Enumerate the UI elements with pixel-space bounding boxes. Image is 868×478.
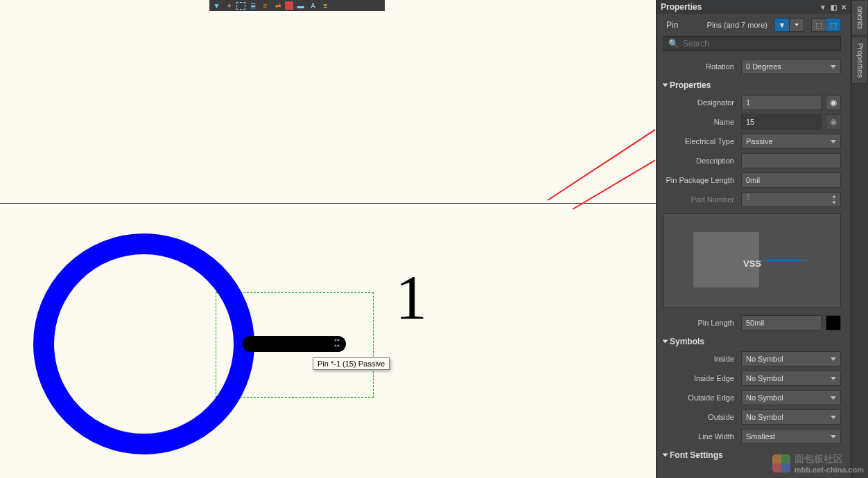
object-type-label: Pin	[666, 20, 678, 30]
electrical-type-select[interactable]: Passive	[741, 134, 841, 149]
swap-icon[interactable]: ⇄	[272, 1, 283, 10]
outside-select[interactable]: No Symbol	[741, 409, 841, 425]
pin-package-length-label: Pin Package Length	[663, 176, 737, 184]
name-visible-toggle[interactable]: ◉	[826, 114, 841, 130]
description-label: Description	[663, 157, 737, 165]
pin-number-label: 1	[395, 260, 427, 334]
designator-visible-toggle[interactable]: ◉	[826, 95, 841, 110]
floating-toolbar: ▼ + ≣ ≡ ⇄ ▬ A ≡	[209, 0, 385, 11]
filter-dropdown-button[interactable]	[789, 18, 804, 32]
search-input[interactable]	[683, 39, 836, 48]
section-font-settings[interactable]: Font Settings	[657, 446, 848, 463]
pin-length-input[interactable]	[741, 315, 822, 330]
designator-label: Designator	[663, 98, 737, 107]
section-symbols[interactable]: Symbols	[657, 333, 848, 349]
outside-edge-select[interactable]: No Symbol	[741, 390, 841, 405]
section-properties[interactable]: Properties	[657, 76, 848, 93]
search-icon: 🔍	[668, 39, 679, 48]
rotation-label: Rotation	[663, 62, 737, 71]
sidetab-properties[interactable]: Properties	[851, 37, 868, 84]
filter-icon[interactable]: ▼	[211, 1, 222, 10]
sidetab-components[interactable]: onents	[851, 0, 868, 35]
panel-title: Properties	[661, 2, 819, 12]
svg-line-0	[548, 112, 655, 200]
pin-preview: VSS	[663, 213, 841, 308]
filter-button[interactable]: ▼	[774, 18, 790, 32]
select-connected-button[interactable]: ⬚	[826, 18, 841, 32]
outside-edge-label: Outside Edge	[663, 393, 737, 402]
pin-icon[interactable]: ▼	[819, 3, 826, 11]
schematic-canvas[interactable]: ▼ + ≣ ≡ ⇄ ▬ A ≡ 1 Pin *-1 (15) Passive	[0, 0, 656, 478]
part-number-spinner[interactable]: 1	[741, 192, 841, 207]
component-circle[interactable]	[33, 233, 254, 454]
canvas-axis-line	[0, 203, 656, 204]
color-icon[interactable]	[285, 1, 293, 10]
close-icon[interactable]: ✕	[841, 3, 847, 11]
inside-edge-label: Inside Edge	[663, 374, 737, 382]
preview-chip-label: VSS	[664, 258, 840, 269]
designator-input[interactable]	[741, 95, 822, 110]
line-width-label: Line Width	[663, 432, 737, 441]
name-label: Name	[663, 118, 737, 126]
outside-label: Outside	[663, 413, 737, 421]
svg-line-1	[573, 132, 655, 209]
dock-icon[interactable]: ◧	[831, 3, 837, 11]
search-box[interactable]: 🔍	[663, 36, 841, 51]
panel-titlebar[interactable]: Properties ▼ ◧ ✕	[657, 0, 851, 14]
center-icon[interactable]: ≡	[260, 1, 270, 10]
inside-edge-select[interactable]: No Symbol	[741, 371, 841, 386]
inside-label: Inside	[663, 355, 737, 363]
pin-package-length-input[interactable]	[741, 172, 841, 188]
list-icon[interactable]: ≡	[320, 1, 331, 10]
name-input[interactable]	[741, 114, 822, 130]
pin-body[interactable]	[243, 336, 346, 352]
pin-tooltip: Pin *-1 (15) Passive	[313, 357, 390, 370]
select-same-button[interactable]: ⬚	[811, 18, 826, 32]
rect-icon[interactable]	[236, 2, 245, 10]
text-icon[interactable]: A	[308, 1, 318, 10]
inside-select[interactable]: No Symbol	[741, 351, 841, 366]
properties-panel: Properties ▼ ◧ ✕ Pin Pins (and 7 more) ▼…	[656, 0, 851, 478]
part-number-label: Part Number	[663, 195, 737, 204]
align-icon[interactable]: ≣	[248, 1, 258, 10]
description-input[interactable]	[741, 153, 841, 168]
rotation-select[interactable]: 0 Degrees	[741, 59, 841, 74]
selection-scope: Pins (and 7 more)	[682, 21, 770, 29]
line-width-select[interactable]: Smallest	[741, 429, 841, 444]
pin-length-label: Pin Length	[663, 319, 737, 327]
plus-icon[interactable]: +	[224, 1, 234, 10]
pin-color-swatch[interactable]	[826, 315, 841, 330]
table-icon[interactable]: ▬	[295, 1, 306, 10]
electrical-type-label: Electrical Type	[663, 137, 737, 145]
side-tab-strip: onents Properties	[851, 0, 868, 478]
